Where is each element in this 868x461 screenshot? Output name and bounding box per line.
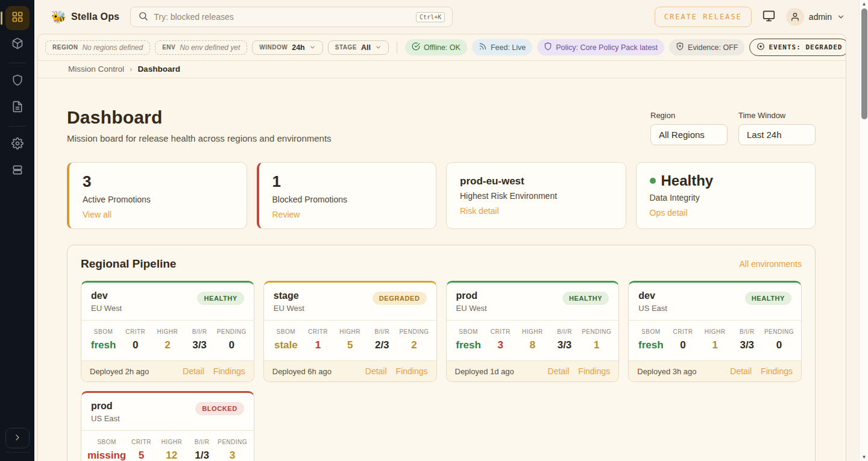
metric-value-sbom: fresh	[87, 339, 119, 351]
create-release-button[interactable]: CREATE RELEASE	[655, 7, 752, 27]
sidebar-expand-button[interactable]	[5, 428, 30, 448]
page-title: Dashboard	[67, 107, 332, 128]
metric-value-critr: 1	[302, 339, 334, 351]
user-menu[interactable]: admin	[786, 8, 845, 26]
search-input[interactable]	[154, 12, 410, 22]
offline-status-pill[interactable]: Offline: OK	[405, 39, 467, 55]
metric-value-pending: 0	[216, 339, 248, 351]
region-filter-label: REGION	[52, 44, 78, 51]
blocked-promotions-value: 1	[272, 172, 423, 191]
pipeline-card-prod-eu-west: prod EU West HEALTHY SBOMfresh CRITR3 HI…	[446, 281, 620, 382]
environment-name: stage	[274, 290, 304, 301]
metric-label: HIGHR	[517, 328, 549, 335]
app-logo: 🐝	[51, 10, 66, 24]
findings-link[interactable]: Findings	[396, 366, 428, 376]
events-status-pill[interactable]: EVENTS: DEGRADED	[749, 39, 846, 56]
deployed-timestamp: Deployed 2h ago	[90, 367, 149, 376]
detail-link[interactable]: Detail	[183, 366, 204, 376]
scrollbar-up-arrow[interactable]: ▲	[860, 1, 868, 7]
metric-label: B/I/R	[731, 328, 763, 335]
time-window-select[interactable]: Last 24h	[738, 124, 816, 145]
sidebar-item-dashboard[interactable]	[5, 6, 30, 30]
risk-detail-link[interactable]: Risk detail	[460, 206, 499, 216]
check-circle-icon	[412, 42, 420, 52]
metric-value-bir: 2/3	[366, 339, 398, 351]
region-select[interactable]: All Regions	[650, 124, 728, 145]
metric-label: HIGHR	[699, 328, 731, 335]
metric-label: CRITR	[126, 439, 156, 445]
global-search[interactable]: Ctrl+K	[130, 7, 453, 27]
data-integrity-value: Healthy	[661, 172, 714, 189]
policy-status-pill[interactable]: Policy: Core Policy Pack latest	[537, 39, 664, 55]
detail-link[interactable]: Detail	[365, 366, 387, 376]
breadcrumb-parent[interactable]: Mission Control	[68, 64, 124, 74]
metric-value-highr: 12	[157, 450, 187, 461]
findings-link[interactable]: Findings	[578, 366, 610, 376]
sidebar-item-security[interactable]	[5, 69, 30, 93]
metric-value-sbom: fresh	[635, 339, 667, 351]
vertical-scrollbar[interactable]: ▲ ▼	[859, 0, 868, 461]
findings-link[interactable]: Findings	[761, 366, 793, 376]
environment-region: EU West	[274, 304, 304, 313]
env-filter-pill[interactable]: ENV No env defined yet	[155, 40, 247, 55]
display-mode-button[interactable]	[763, 10, 775, 24]
detail-link[interactable]: Detail	[730, 366, 752, 376]
status-badge: DEGRADED	[373, 292, 427, 305]
window-filter-dropdown[interactable]: WINDOW 24h	[252, 40, 322, 55]
metric-label: PENDING	[216, 328, 248, 335]
sidebar-divider	[5, 452, 30, 453]
env-filter-label: ENV	[162, 44, 175, 51]
settings-gear-icon	[11, 137, 24, 152]
time-window-select-label: Time Window	[738, 111, 816, 120]
pipeline-card-dev-us-east: dev US East HEALTHY SBOMfresh CRITR0 HIG…	[628, 281, 802, 382]
window-filter-value: 24h	[292, 43, 305, 52]
metric-value-highr: 1	[699, 339, 731, 351]
metric-label: PENDING	[580, 328, 612, 335]
metric-value-bir: 3/3	[549, 339, 580, 351]
detail-link[interactable]: Detail	[548, 366, 570, 376]
metric-label: HIGHR	[157, 439, 187, 445]
status-badge: HEALTHY	[197, 292, 244, 305]
feed-status-pill[interactable]: Feed: Live	[472, 39, 532, 55]
pipeline-panel-title: Regional Pipeline	[81, 257, 176, 271]
evidence-status-pill[interactable]: Evidence: OFF	[669, 39, 744, 55]
ops-detail-link[interactable]: Ops detail	[650, 208, 688, 218]
findings-link[interactable]: Findings	[213, 366, 245, 376]
scrollbar-thumb[interactable]	[861, 8, 867, 119]
environment-name: dev	[91, 290, 122, 301]
all-environments-link[interactable]: All environments	[740, 259, 802, 269]
sidebar-item-infrastructure[interactable]	[5, 159, 30, 183]
scrollbar-down-arrow[interactable]: ▼	[860, 454, 868, 460]
metric-label: SBOM	[87, 439, 126, 445]
metric-label: PENDING	[217, 439, 247, 445]
pipeline-card-stage-eu-west: stage EU West DEGRADED SBOMstale CRITR1 …	[263, 281, 437, 382]
deployed-timestamp: Deployed 6h ago	[272, 367, 332, 376]
metric-label: CRITR	[119, 328, 151, 335]
region-filter-pill[interactable]: REGION No regions defined	[45, 40, 150, 55]
search-icon	[138, 11, 148, 24]
metric-label: B/I/R	[187, 439, 217, 445]
active-promotions-label: Active Promotions	[83, 195, 233, 204]
metric-value-bir: 3/3	[183, 339, 215, 351]
server-stack-icon	[11, 164, 24, 178]
policy-status-label: Policy: Core Policy Pack latest	[556, 43, 658, 52]
environment-region: US East	[91, 414, 120, 423]
evidence-status-label: Evidence: OFF	[688, 43, 738, 52]
stage-filter-dropdown[interactable]: STAGE All	[328, 40, 389, 55]
regional-pipeline-panel: Regional Pipeline All environments dev E…	[67, 245, 816, 461]
metric-value-pending: 2	[398, 339, 430, 351]
metric-label: CRITR	[667, 328, 699, 335]
metric-label: CRITR	[302, 328, 334, 335]
sidebar-item-settings[interactable]	[5, 133, 30, 157]
content-container: REGION No regions defined ENV No env def…	[37, 34, 846, 461]
sidebar-item-packages[interactable]	[5, 33, 30, 57]
metric-value-pending: 3	[217, 450, 247, 461]
rss-icon	[479, 42, 487, 52]
view-all-link[interactable]: View all	[83, 210, 112, 219]
highest-risk-label: Highest Risk Environment	[460, 191, 612, 201]
environment-region: US East	[638, 304, 667, 313]
metric-value-sbom: missing	[87, 450, 126, 461]
sidebar-item-documents[interactable]	[5, 96, 30, 120]
review-link[interactable]: Review	[272, 210, 300, 219]
metric-value-critr: 3	[485, 339, 517, 351]
